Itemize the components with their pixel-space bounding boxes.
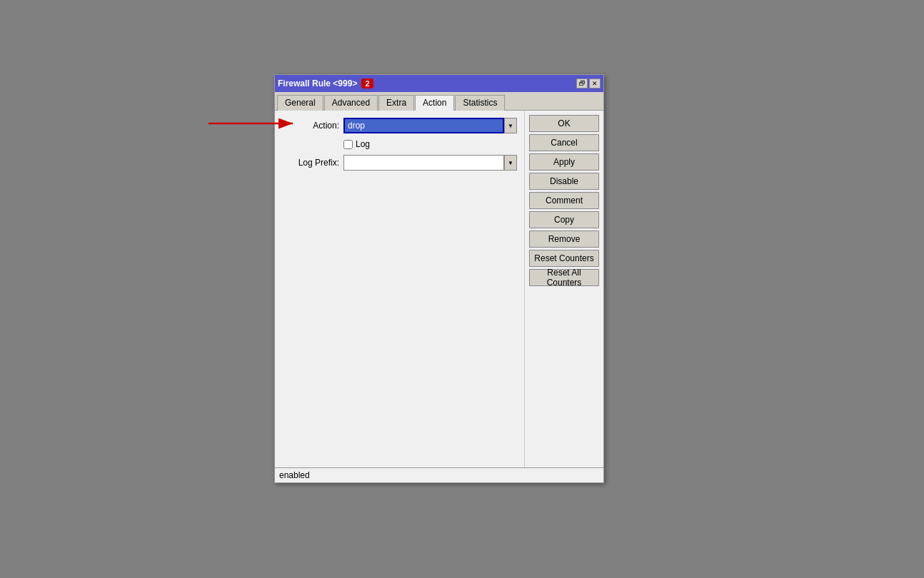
log-checkbox-row: Log (343, 139, 517, 149)
action-select-wrapper: ▼ (343, 118, 517, 133)
tab-general[interactable]: General (277, 95, 323, 111)
log-prefix-label: Log Prefix: (282, 158, 339, 168)
tab-action[interactable]: Action (415, 95, 454, 111)
apply-button[interactable]: Apply (529, 153, 599, 171)
main-panel: Action: ▼ Log Log Prefix: ▼ (275, 111, 525, 467)
action-dropdown-button[interactable]: ▼ (504, 118, 517, 133)
tab-advanced[interactable]: Advanced (324, 95, 378, 111)
log-label: Log (356, 139, 370, 149)
tabs-bar: General Advanced Extra Action Statistics (275, 92, 603, 111)
remove-button[interactable]: Remove (529, 230, 599, 248)
titlebar-controls: 🗗 ✕ (576, 78, 601, 88)
reset-counters-button[interactable]: Reset Counters (529, 250, 599, 267)
copy-button[interactable]: Copy (529, 211, 599, 228)
reset-all-counters-button[interactable]: Reset All Counters (529, 269, 599, 286)
restore-button[interactable]: 🗗 (576, 78, 588, 88)
log-prefix-dropdown-button[interactable]: ▼ (504, 155, 517, 171)
tab-statistics[interactable]: Statistics (455, 95, 505, 111)
window-title: Firewall Rule <999> (278, 78, 357, 88)
firewall-rule-window: Firewall Rule <999> 2 🗗 ✕ General Advanc… (274, 74, 604, 483)
comment-button[interactable]: Comment (529, 192, 599, 209)
status-text: enabled (279, 470, 310, 480)
action-input[interactable] (343, 118, 504, 133)
log-prefix-input[interactable] (343, 155, 504, 171)
tab-extra[interactable]: Extra (378, 95, 414, 111)
action-label: Action: (282, 121, 339, 131)
cancel-button[interactable]: Cancel (529, 134, 599, 151)
log-checkbox[interactable] (343, 140, 353, 149)
titlebar: Firewall Rule <999> 2 🗗 ✕ (275, 75, 603, 92)
window-badge: 2 (361, 78, 373, 88)
log-prefix-row: Log Prefix: ▼ (282, 155, 517, 171)
close-button[interactable]: ✕ (589, 78, 601, 88)
action-row: Action: ▼ (282, 118, 517, 133)
statusbar: enabled (275, 467, 603, 482)
content-area: Action: ▼ Log Log Prefix: ▼ OK Cancel (275, 111, 603, 467)
ok-button[interactable]: OK (529, 115, 599, 132)
disable-button[interactable]: Disable (529, 173, 599, 190)
sidebar-buttons: OK Cancel Apply Disable Comment Copy Rem… (525, 111, 603, 467)
